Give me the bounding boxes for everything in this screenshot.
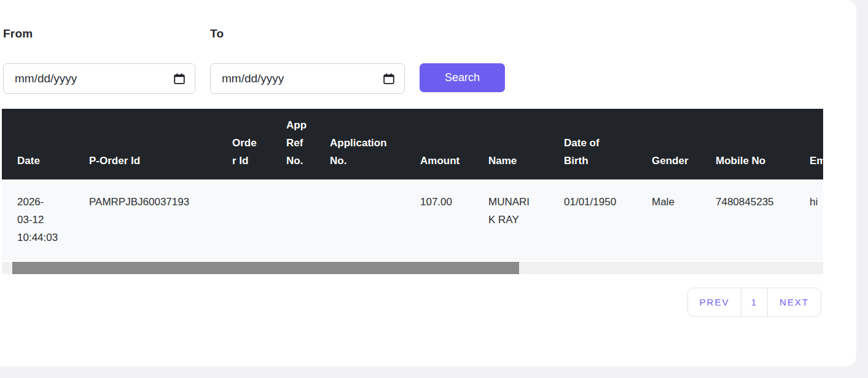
cell-mobile-no: 7480845235: [711, 179, 805, 259]
cell-date: 2026-03-12 10:44:03: [2, 179, 84, 259]
column-header-date-of-birth: Date of Birth: [559, 109, 647, 179]
column-header-p-order-id: P-Order Id: [84, 109, 227, 179]
cell-date-of-birth: 01/01/1950: [559, 179, 647, 259]
calendar-icon[interactable]: [173, 72, 186, 85]
column-header-application-no: Application No.: [325, 109, 415, 179]
horizontal-scrollbar-thumb[interactable]: [12, 262, 519, 274]
search-button[interactable]: Search: [420, 63, 505, 92]
cell-name: MUNARI K RAY: [483, 179, 559, 259]
cell-order-id: [227, 179, 281, 259]
to-date-input[interactable]: [211, 72, 382, 85]
column-header-amount: Amount: [415, 109, 483, 179]
from-label: From: [3, 27, 33, 41]
column-header-gender: Gender: [647, 109, 711, 179]
column-header-app-ref-no: App Ref No.: [281, 109, 325, 179]
table-row: 2026-03-12 10:44:03 PAMRPJBJ60037193 107…: [2, 179, 823, 259]
cell-email: hi: [805, 179, 823, 259]
column-header-email: Email: [805, 109, 823, 179]
table-header: Date P-Order Id Order Id App Ref No. App…: [2, 109, 823, 179]
pagination: PREV 1 NEXT: [687, 288, 821, 317]
cell-gender: Male: [647, 179, 711, 259]
cell-application-no: [325, 179, 415, 259]
orders-table: Date P-Order Id Order Id App Ref No. App…: [2, 109, 823, 259]
cell-amount: 107.00: [415, 179, 483, 259]
cell-p-order-id: PAMRPJBJ60037193: [84, 179, 227, 259]
from-date-input[interactable]: [4, 72, 173, 85]
from-date-field[interactable]: [3, 63, 195, 94]
column-header-name: Name: [483, 109, 559, 179]
to-label: To: [210, 27, 224, 41]
column-header-mobile-no: Mobile No: [711, 109, 805, 179]
calendar-icon[interactable]: [382, 72, 396, 85]
content-card: From To Search: [0, 0, 856, 366]
cell-app-ref-no: [281, 179, 325, 259]
column-header-date: Date: [2, 109, 84, 179]
page-number-button[interactable]: 1: [741, 288, 768, 317]
prev-page-button[interactable]: PREV: [687, 288, 741, 317]
column-header-order-id: Order Id: [227, 109, 281, 179]
next-page-button[interactable]: NEXT: [767, 288, 821, 317]
page: From To Search: [0, 0, 868, 378]
orders-table-viewport[interactable]: Date P-Order Id Order Id App Ref No. App…: [2, 109, 823, 259]
to-date-field[interactable]: [210, 63, 405, 94]
horizontal-scrollbar-track[interactable]: [2, 262, 823, 274]
